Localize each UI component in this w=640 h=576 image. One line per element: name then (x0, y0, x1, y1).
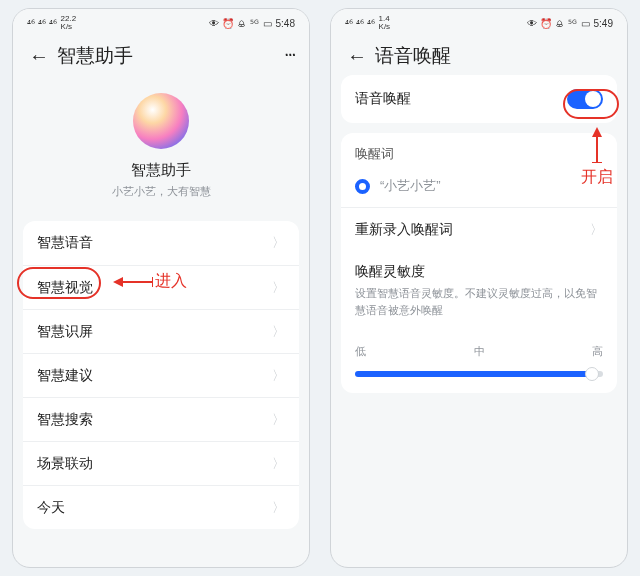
hero-subtitle: 小艺小艺，大有智慧 (112, 184, 211, 199)
radio-selected-icon (355, 179, 370, 194)
row-label: 场景联动 (37, 455, 93, 473)
battery-icon: ▭ (263, 18, 272, 29)
row-smart-search[interactable]: 智慧搜索〉 (23, 397, 299, 441)
status-bar: ⁴⁶ ⁴⁶ ⁴⁶ 1.4K/s 👁 ⏰ 🕭 ⁵ᴳ ▭ 5:49 (331, 9, 627, 33)
row-smart-suggest[interactable]: 智慧建议〉 (23, 353, 299, 397)
network-icons: ⁴⁶ ⁴⁶ ⁴⁶ (345, 18, 375, 29)
chevron-right-icon: 〉 (272, 367, 285, 385)
row-smart-screen[interactable]: 智慧识屏〉 (23, 309, 299, 353)
chevron-right-icon: 〉 (272, 323, 285, 341)
row-scene-link[interactable]: 场景联动〉 (23, 441, 299, 485)
row-rerecord[interactable]: 重新录入唤醒词 〉 (341, 207, 617, 251)
clock: 5:48 (276, 18, 295, 29)
clock: 5:49 (594, 18, 613, 29)
row-label: 智慧识屏 (37, 323, 93, 341)
row-label: 智慧语音 (37, 234, 93, 252)
axis-high: 高 (592, 344, 603, 359)
menu-icon[interactable]: ፧ (281, 53, 299, 59)
row-smart-vision[interactable]: 智慧视觉〉 (23, 265, 299, 309)
battery-icon: ▭ (581, 18, 590, 29)
chevron-right-icon: 〉 (272, 411, 285, 429)
phone-left: ⁴⁶ ⁴⁶ ⁴⁶ 22.2K/s 👁 ⏰ 🕭 ⁵ᴳ ▭ 5:48 ← 智慧助手 … (12, 8, 310, 568)
chevron-right-icon: 〉 (272, 499, 285, 517)
sensitivity-desc: 设置智慧语音灵敏度。不建议灵敏度过高，以免智慧语音被意外唤醒 (355, 285, 603, 318)
page-title: 智慧助手 (57, 43, 133, 69)
axis-low: 低 (355, 344, 366, 359)
hero-section: 智慧助手 小艺小艺，大有智慧 (13, 75, 309, 221)
net-rate-unit: K/s (379, 22, 391, 31)
status-icons: 👁 ⏰ 🕭 ⁵ᴳ (209, 18, 258, 29)
voice-wake-switch-row[interactable]: 语音唤醒 (341, 75, 617, 123)
switch-label: 语音唤醒 (355, 90, 411, 108)
slider-knob[interactable] (585, 367, 599, 381)
wakeword-option[interactable]: “小艺小艺” (341, 169, 617, 207)
chevron-right-icon: 〉 (272, 279, 285, 297)
net-rate-unit: K/s (61, 22, 73, 31)
row-label: 智慧搜索 (37, 411, 93, 429)
wakeword-text: “小艺小艺” (380, 177, 441, 195)
sensitivity-slider[interactable] (355, 371, 603, 377)
row-label: 智慧建议 (37, 367, 93, 385)
page-title: 语音唤醒 (375, 43, 451, 69)
network-icons: ⁴⁶ ⁴⁶ ⁴⁶ (27, 18, 57, 29)
header-bar: ← 语音唤醒 (331, 33, 627, 75)
phone-right: ⁴⁶ ⁴⁶ ⁴⁶ 1.4K/s 👁 ⏰ 🕭 ⁵ᴳ ▭ 5:49 ← 语音唤醒 语… (330, 8, 628, 568)
status-icons: 👁 ⏰ 🕭 ⁵ᴳ (527, 18, 576, 29)
sensitivity-axis: 低 中 高 (341, 330, 617, 363)
chevron-right-icon: 〉 (272, 455, 285, 473)
sensitivity-title: 唤醒灵敏度 (355, 251, 603, 285)
chevron-right-icon: 〉 (272, 234, 285, 252)
wakeword-card: 唤醒词 “小艺小艺” 重新录入唤醒词 〉 唤醒灵敏度 设置智慧语音灵敏度。不建议… (341, 133, 617, 393)
row-today[interactable]: 今天〉 (23, 485, 299, 529)
axis-mid: 中 (474, 344, 485, 359)
sensitivity-section: 唤醒灵敏度 设置智慧语音灵敏度。不建议灵敏度过高，以免智慧语音被意外唤醒 (341, 251, 617, 330)
toggle-on-icon[interactable] (567, 89, 603, 109)
hero-title: 智慧助手 (131, 161, 191, 180)
wakeword-section-label: 唤醒词 (341, 133, 617, 169)
header-bar: ← 智慧助手 ፧ (13, 33, 309, 75)
row-smart-voice[interactable]: 智慧语音〉 (23, 221, 299, 265)
assistant-orb-icon (133, 93, 189, 149)
chevron-right-icon: 〉 (590, 221, 603, 239)
switch-card: 语音唤醒 (341, 75, 617, 123)
status-bar: ⁴⁶ ⁴⁶ ⁴⁶ 22.2K/s 👁 ⏰ 🕭 ⁵ᴳ ▭ 5:48 (13, 9, 309, 33)
row-label: 重新录入唤醒词 (355, 221, 453, 239)
back-icon[interactable]: ← (347, 45, 367, 68)
settings-list: 智慧语音〉 智慧视觉〉 智慧识屏〉 智慧建议〉 智慧搜索〉 场景联动〉 今天〉 (23, 221, 299, 529)
row-label: 今天 (37, 499, 65, 517)
back-icon[interactable]: ← (29, 45, 49, 68)
row-label: 智慧视觉 (37, 279, 93, 297)
